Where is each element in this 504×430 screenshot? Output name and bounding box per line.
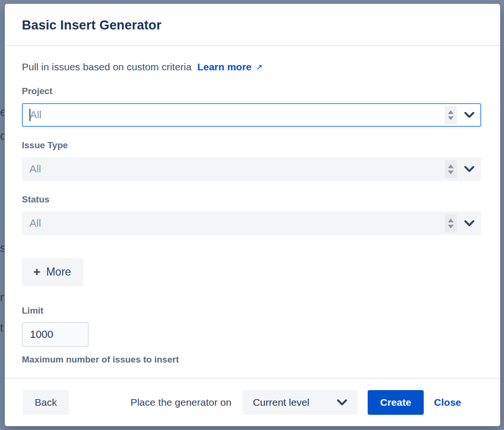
- placement-level-value: Current level: [253, 397, 309, 408]
- create-button[interactable]: Create: [368, 390, 423, 415]
- spinner-up-icon[interactable]: [448, 164, 454, 168]
- issue-type-select-value: All: [29, 163, 445, 175]
- dialog-title: Basic Insert Generator: [22, 18, 481, 33]
- limit-field-label: Limit: [22, 306, 481, 316]
- more-button[interactable]: + More: [22, 258, 84, 287]
- status-field-label: Status: [22, 194, 481, 205]
- project-spinner-control[interactable]: [445, 106, 457, 124]
- project-select-value: All: [29, 109, 445, 121]
- chevron-down-icon[interactable]: [464, 220, 475, 227]
- backdrop-text-fragment: o: [0, 129, 4, 143]
- placement-level-select[interactable]: Current level: [242, 390, 358, 415]
- placement-label: Place the generator on: [131, 397, 231, 408]
- spinner-up-icon[interactable]: [448, 219, 454, 222]
- more-button-label: More: [46, 266, 71, 278]
- spinner-down-icon[interactable]: [448, 225, 454, 229]
- project-field-label: Project: [22, 86, 481, 96]
- plus-icon: +: [33, 265, 40, 279]
- project-select[interactable]: All: [22, 103, 481, 127]
- status-spinner-control[interactable]: [445, 214, 457, 232]
- close-link[interactable]: Close: [434, 397, 461, 408]
- dialog-description-row: Pull in issues based on custom criteria …: [22, 61, 481, 73]
- limit-input[interactable]: [22, 322, 89, 347]
- learn-more-label: Learn more: [197, 61, 251, 73]
- spinner-down-icon[interactable]: [448, 116, 454, 120]
- status-select-value: All: [29, 217, 445, 229]
- issue-type-field-label: Issue Type: [22, 140, 481, 151]
- chevron-down-icon[interactable]: [464, 112, 475, 119]
- dialog-body: Pull in issues based on custom criteria …: [5, 46, 500, 378]
- dialog-footer: Back Place the generator on Current leve…: [5, 379, 500, 426]
- chevron-down-icon: [337, 399, 347, 406]
- limit-help-text: Maximum number of issues to insert: [22, 354, 481, 365]
- issue-type-select[interactable]: All: [22, 157, 481, 181]
- basic-insert-generator-dialog: Basic Insert Generator Pull in issues ba…: [5, 4, 500, 426]
- backdrop-text-fragment: s: [0, 241, 4, 255]
- external-link-icon: ↗: [256, 62, 263, 72]
- backdrop-text-fragment: t: [0, 321, 4, 334]
- chevron-down-icon[interactable]: [464, 166, 475, 173]
- status-select[interactable]: All: [22, 211, 481, 235]
- back-button[interactable]: Back: [23, 390, 69, 415]
- dialog-description: Pull in issues based on custom criteria: [22, 61, 191, 73]
- backdrop-text-fragment: e: [0, 105, 4, 119]
- issue-type-spinner-control[interactable]: [445, 160, 457, 178]
- learn-more-link[interactable]: Learn more ↗: [197, 61, 263, 73]
- spinner-down-icon[interactable]: [448, 171, 454, 174]
- backdrop-text-fragment: n: [0, 291, 4, 304]
- spinner-up-icon[interactable]: [448, 110, 454, 114]
- dialog-header: Basic Insert Generator: [5, 4, 500, 45]
